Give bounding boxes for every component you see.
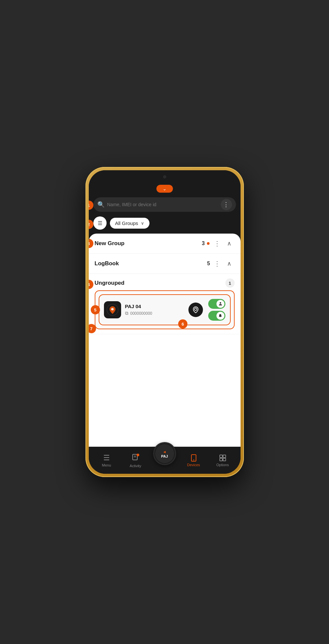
nav-menu[interactable]: ☰ Menu (92, 454, 121, 467)
toggle-thumb-alerts (216, 312, 224, 320)
more-options-button[interactable]: ⋮ (221, 199, 232, 210)
svg-point-9 (193, 459, 194, 460)
toggle-thumb-tracking (216, 300, 224, 308)
device-icon (104, 301, 121, 318)
svg-rect-10 (220, 455, 222, 458)
annotation-6: 6 (178, 319, 187, 329)
paj-arrow-icon: ◂ (163, 449, 166, 454)
device-imei: 0000000000 (130, 311, 152, 316)
nav-activity[interactable]: Activity (121, 453, 150, 468)
tracking-toggle[interactable] (208, 299, 225, 309)
ungrouped-count: 1 (229, 281, 231, 286)
filter-button[interactable]: ☰ (93, 216, 107, 230)
pull-tab[interactable]: ⌄ (156, 185, 173, 193)
new-group-label: New Group (95, 240, 202, 247)
annotation-1: 1 (89, 201, 93, 210)
menu-label: Menu (102, 463, 111, 467)
person-icon (218, 302, 223, 306)
groups-dropdown-label: All Groups (115, 220, 138, 226)
search-bar[interactable]: 🔍 Name, IMEI or device id ⋮ (93, 197, 236, 212)
logbook-group-count: 5 (207, 261, 210, 267)
chevron-down-icon: ∨ (141, 221, 144, 226)
logbook-group-collapse-button[interactable]: ∧ (224, 258, 235, 269)
annotation-4: 4 (89, 280, 93, 289)
filter-icon: ☰ (98, 220, 102, 226)
bottom-nav: ☰ Menu Activity (89, 447, 241, 474)
device-info: PAJ 04 ⧉ 0000000000 (125, 304, 184, 316)
logbook-group-more-button[interactable]: ⋮ (212, 258, 223, 269)
menu-icon: ☰ (103, 454, 110, 462)
filter-row: 2 ☰ All Groups ∨ (89, 215, 241, 234)
content-area: 3 New Group 3 ⋮ ∧ LogBook 5 ⋮ ∧ 4 Ungrou… (89, 234, 241, 447)
svg-point-2 (194, 308, 197, 310)
devices-label: Devices (187, 463, 200, 467)
device-name: PAJ 04 (125, 304, 184, 309)
logbook-group-header: LogBook 5 ⋮ ∧ (89, 254, 241, 274)
phone-screen: ⌄ 1 🔍 Name, IMEI or device id ⋮ 2 ☰ All (89, 170, 241, 474)
alerts-toggle[interactable] (208, 311, 225, 321)
options-label: Options (216, 463, 229, 467)
bell-icon (218, 314, 222, 318)
svg-point-3 (219, 302, 221, 304)
activity-icon (132, 453, 140, 463)
svg-rect-12 (220, 458, 222, 461)
ungrouped-device-list: 5 (95, 290, 235, 329)
new-group-more-button[interactable]: ⋮ (212, 238, 223, 249)
groups-dropdown[interactable]: All Groups ∨ (110, 218, 149, 229)
activity-svg-icon (132, 453, 140, 461)
annotation-7: 7 (89, 324, 96, 333)
front-camera (163, 175, 166, 178)
device-item-paj04[interactable]: 5 (99, 294, 231, 325)
nav-center: ◂ PAJ (150, 449, 179, 472)
toggles-column (208, 299, 225, 321)
annotation-2: 2 (89, 220, 93, 229)
new-group-collapse-button[interactable]: ∧ (224, 238, 235, 249)
notch (145, 172, 184, 181)
device-right-area: 6 (188, 299, 225, 321)
search-icon: 🔍 (97, 201, 105, 208)
search-bar-area: 1 🔍 Name, IMEI or device id ⋮ (89, 195, 241, 215)
annotation-5: 5 (91, 305, 100, 314)
nav-devices[interactable]: Devices (179, 454, 208, 467)
paj-logo-icon (107, 304, 118, 316)
pull-tab-area: ⌄ (89, 183, 241, 195)
ungrouped-label: Ungrouped (95, 280, 225, 286)
paj-inner-circle: ◂ PAJ (155, 444, 174, 463)
options-icon (219, 454, 227, 462)
new-group-header: 3 New Group 3 ⋮ ∧ (89, 234, 241, 254)
devices-icon (190, 454, 198, 462)
paj-button-label: PAJ (161, 454, 168, 458)
annotation-3: 3 (89, 239, 93, 248)
pull-tab-chevron-icon: ⌄ (163, 186, 167, 191)
location-icon (192, 306, 199, 313)
phone-frame: ⌄ 1 🔍 Name, IMEI or device id ⋮ 2 ☰ All (85, 167, 244, 477)
search-placeholder: Name, IMEI or device id (107, 202, 221, 207)
paj-center-button[interactable]: ◂ PAJ (153, 442, 176, 465)
activity-label: Activity (130, 464, 141, 468)
new-group-dot (207, 242, 210, 245)
ungrouped-section: 4 Ungrouped 1 5 (89, 274, 241, 334)
notch-area (89, 170, 241, 183)
nav-options[interactable]: Options (208, 454, 237, 467)
ungrouped-count-badge: 1 (225, 278, 235, 288)
svg-rect-11 (223, 455, 226, 458)
svg-point-7 (137, 454, 139, 456)
logbook-group-label: LogBook (95, 260, 207, 267)
more-dots-icon: ⋮ (223, 201, 229, 208)
location-button[interactable] (188, 303, 203, 317)
device-imei-row: ⧉ 0000000000 (125, 310, 184, 316)
svg-rect-13 (223, 458, 226, 461)
new-group-count: 3 (202, 241, 205, 246)
ungrouped-header: Ungrouped 1 (95, 278, 235, 288)
copy-icon[interactable]: ⧉ (125, 310, 128, 316)
